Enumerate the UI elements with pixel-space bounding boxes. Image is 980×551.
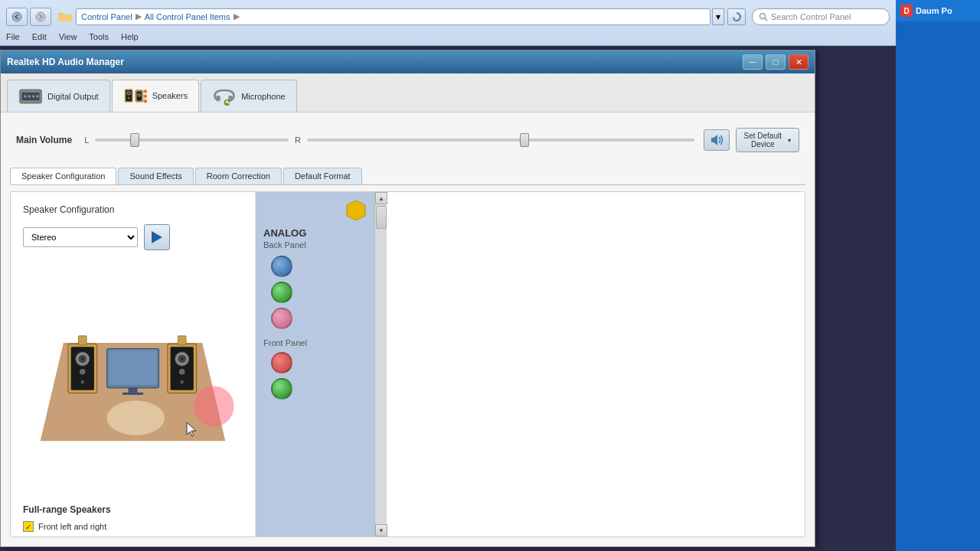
scrollbar: ▲ ▼: [374, 192, 387, 536]
svg-marker-49: [347, 201, 365, 220]
svg-point-3: [760, 13, 766, 18]
sub-tab-sound-effects[interactable]: Sound Effects: [118, 168, 193, 184]
daum-logo: D: [900, 5, 913, 17]
analog-panel: ANALOG Back Panel Front Panel: [256, 192, 374, 536]
scroll-up-button[interactable]: ▲: [375, 192, 387, 204]
set-default-button[interactable]: Set Default Device ▾: [736, 128, 799, 152]
svg-point-1: [36, 12, 45, 21]
toolbar-file[interactable]: File: [6, 32, 20, 41]
volume-title: Main Volume: [16, 135, 72, 145]
config-section-title: Speaker Configuration: [23, 204, 243, 215]
fullrange-section: Full-range Speakers Front left and right…: [23, 495, 243, 537]
tab-microphone-label: Microphone: [241, 92, 285, 101]
fullrange-title: Full-range Speakers: [23, 504, 243, 515]
toolbar-tools[interactable]: Tools: [89, 32, 109, 41]
svg-point-14: [127, 92, 129, 94]
content-area: Digital Output: [1, 73, 815, 546]
tab-digital-output[interactable]: Digital Output: [7, 80, 110, 112]
back-button[interactable]: [6, 8, 28, 26]
toolbar-edit[interactable]: Edit: [32, 32, 47, 41]
svg-point-10: [36, 95, 39, 98]
window-controls: ─ □ ✕: [743, 54, 808, 70]
volume-section: Main Volume L R: [10, 122, 805, 158]
fullrange-surround-row: Surround speakers: [23, 536, 243, 537]
svg-point-46: [180, 380, 184, 384]
breadcrumb-all-items[interactable]: All Control Panel Items: [145, 12, 230, 21]
svg-point-21: [143, 94, 147, 98]
fullrange-front-checkbox[interactable]: [23, 521, 34, 532]
fullrange-front-label: Front left and right: [38, 522, 106, 531]
daum-header: D Daum Po: [896, 0, 980, 21]
svg-point-20: [143, 90, 147, 93]
config-left: Speaker Configuration Stereo Quadraphoni…: [11, 192, 256, 536]
address-bar: Control Panel ▶ All Control Panel Items …: [76, 8, 710, 25]
daum-label: Daum Po: [916, 6, 952, 15]
scroll-down-button[interactable]: ▼: [375, 524, 387, 536]
scroll-track: [375, 204, 387, 524]
tab-microphone[interactable]: Microphone: [201, 80, 296, 112]
svg-rect-2: [58, 15, 72, 21]
sub-tab-room-correction[interactable]: Room Correction: [195, 168, 282, 184]
main-panel: Main Volume L R: [1, 112, 815, 546]
fullrange-surround-checkbox[interactable]: [23, 536, 34, 537]
tab-bar: Digital Output: [1, 73, 815, 112]
forward-button[interactable]: [30, 8, 51, 26]
play-triangle-icon: [152, 231, 162, 243]
set-default-dropdown-arrow: ▾: [788, 137, 791, 144]
slider-thumb-left[interactable]: [130, 133, 139, 147]
search-bar[interactable]: Search Control Panel: [752, 8, 890, 25]
svg-point-38: [81, 380, 85, 384]
speaker-config-select[interactable]: Stereo Quadraphonic 5.1 Speaker 7.1 Spea…: [23, 227, 138, 247]
svg-rect-29: [109, 350, 157, 385]
sub-tab-default-format[interactable]: Default Format: [283, 168, 362, 184]
front-port-green[interactable]: [271, 378, 292, 399]
title-bar: Realtek HD Audio Manager ─ □ ✕: [1, 51, 815, 73]
daum-panel: D Daum Po: [896, 0, 980, 551]
back-panel-label: Back Panel: [263, 240, 367, 249]
sub-tab-speaker-config[interactable]: Speaker Configuration: [10, 168, 116, 184]
minimize-button[interactable]: ─: [743, 54, 763, 70]
svg-point-36: [81, 358, 83, 360]
back-port-pink[interactable]: [271, 308, 292, 329]
back-port-blue[interactable]: [271, 256, 292, 277]
volume-controls: L R: [81, 129, 735, 151]
digital-output-icon: [18, 86, 43, 107]
svg-point-37: [80, 369, 86, 375]
svg-rect-39: [79, 336, 87, 345]
back-port-green[interactable]: [271, 282, 292, 303]
svg-point-44: [181, 358, 183, 360]
tab-speakers-label: Speakers: [152, 91, 188, 100]
volume-slider-right[interactable]: [307, 132, 694, 148]
svg-rect-47: [178, 336, 186, 345]
toolbar-view[interactable]: View: [59, 32, 77, 41]
desktop: Control Panel ▶ All Control Panel Items …: [0, 0, 980, 551]
search-placeholder: Search Control Panel: [771, 12, 851, 21]
toolbar-help[interactable]: Help: [121, 32, 139, 41]
svg-point-0: [12, 12, 21, 21]
svg-rect-23: [216, 96, 220, 101]
fullrange-front-row: Front left and right: [23, 521, 243, 532]
address-dropdown-btn[interactable]: ▾: [712, 8, 724, 25]
front-panel-label: Front Panel: [263, 338, 367, 347]
slider-thumb-right[interactable]: [520, 133, 529, 147]
sub-tabs: Speaker Configuration Sound Effects Room…: [10, 168, 805, 185]
svg-rect-30: [128, 388, 137, 393]
right-panel-container: ANALOG Back Panel Front Panel: [256, 192, 387, 536]
close-button[interactable]: ✕: [789, 54, 808, 70]
scroll-thumb[interactable]: [376, 206, 387, 229]
right-channel-label: R: [295, 135, 301, 145]
svg-point-8: [28, 95, 31, 98]
front-port-pink[interactable]: [271, 352, 292, 373]
svg-line-4: [765, 18, 767, 21]
tab-digital-output-label: Digital Output: [47, 92, 99, 101]
play-test-button[interactable]: [144, 224, 170, 250]
speaker-visualization: [23, 266, 243, 495]
breadcrumb-control-panel[interactable]: Control Panel: [81, 12, 132, 21]
volume-mute-button[interactable]: [704, 129, 730, 151]
volume-slider-left[interactable]: [95, 132, 289, 148]
maximize-button[interactable]: □: [766, 54, 786, 70]
tab-speakers[interactable]: Speakers: [112, 80, 199, 112]
refresh-button[interactable]: [727, 8, 746, 25]
realtek-window: Realtek HD Audio Manager ─ □ ✕: [0, 50, 815, 547]
left-content: Main Volume L R: [1, 112, 815, 546]
